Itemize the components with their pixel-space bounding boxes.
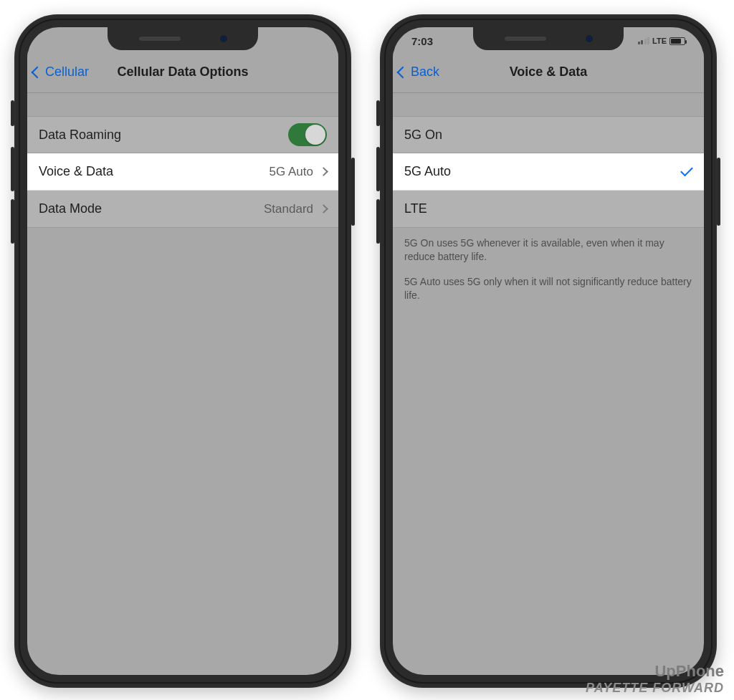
row-5g-auto[interactable]: 5G Auto — [393, 153, 704, 191]
chevron-right-icon — [319, 167, 328, 176]
chevron-left-icon — [32, 66, 44, 78]
row-label: 5G On — [404, 128, 442, 143]
back-button[interactable]: Cellular — [33, 52, 89, 92]
phone-left: Cellular Cellular Data Options Data Roam… — [14, 14, 351, 688]
row-value: Standard — [264, 202, 313, 216]
row-label: Data Mode — [39, 201, 102, 216]
checkmark-icon — [680, 163, 693, 176]
row-label: LTE — [404, 201, 427, 216]
navbar-voice-data: Back Voice & Data — [393, 52, 704, 93]
notch — [108, 27, 258, 50]
navbar-cellular-options: Cellular Cellular Data Options — [27, 52, 338, 93]
back-label: Back — [411, 64, 439, 80]
row-data-roaming[interactable]: Data Roaming — [27, 116, 338, 153]
row-5g-on[interactable]: 5G On — [393, 116, 704, 153]
page-title: Cellular Data Options — [117, 64, 248, 80]
status-carrier: LTE — [652, 37, 667, 45]
row-voice-and-data[interactable]: Voice & Data 5G Auto — [27, 153, 338, 191]
footer-note-1: 5G On uses 5G whenever it is available, … — [393, 228, 704, 272]
row-label: Voice & Data — [39, 164, 113, 179]
screen-left: Cellular Cellular Data Options Data Roam… — [27, 27, 338, 675]
battery-icon — [669, 37, 685, 45]
chevron-left-icon — [397, 66, 409, 78]
chevron-right-icon — [319, 204, 328, 214]
phone-right: 7:03 LTE Back Voice & Data 5G On — [380, 14, 717, 688]
footer-note-2: 5G Auto uses 5G only when it will not si… — [393, 272, 704, 311]
row-value: 5G Auto — [270, 165, 313, 179]
row-data-mode[interactable]: Data Mode Standard — [27, 191, 338, 228]
status-time: 7:03 — [411, 35, 433, 47]
row-lte[interactable]: LTE — [393, 191, 704, 228]
notch — [473, 27, 624, 50]
row-label: 5G Auto — [404, 164, 451, 179]
toggle-data-roaming[interactable] — [288, 123, 327, 146]
back-label: Cellular — [45, 64, 89, 80]
page-title: Voice & Data — [510, 64, 588, 80]
signal-icon — [638, 37, 650, 44]
back-button[interactable]: Back — [399, 52, 439, 92]
screen-right: 7:03 LTE Back Voice & Data 5G On — [393, 27, 704, 675]
row-label: Data Roaming — [39, 128, 121, 143]
